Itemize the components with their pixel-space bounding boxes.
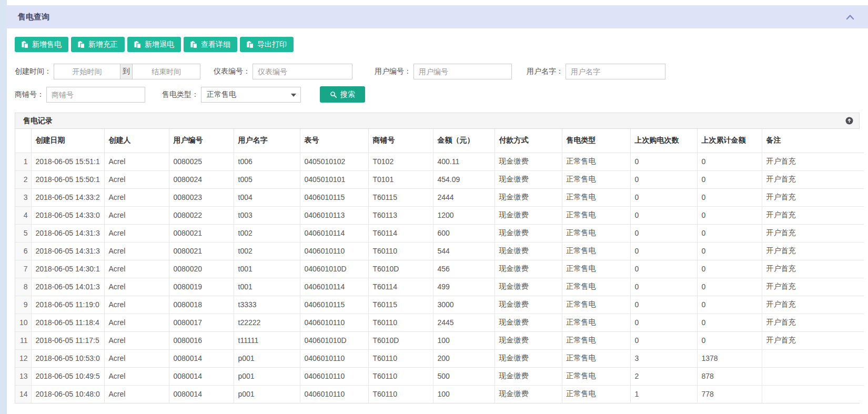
table-cell: 2	[630, 367, 697, 385]
table-cell: 1378	[697, 349, 762, 367]
start-time-input[interactable]	[54, 64, 120, 79]
table-cell: Acrel	[104, 242, 169, 260]
column-header: 创建人	[104, 129, 169, 153]
table-row[interactable]: 122018-06-05 10:53:0Acrel0080014p0010406…	[15, 349, 864, 367]
table-cell: Acrel	[104, 367, 169, 385]
export-print-button[interactable]: 导出打印	[240, 37, 294, 52]
table-cell: 3	[630, 349, 697, 367]
table-cell: 正常售电	[562, 260, 630, 278]
view-detail-label: 查看详细	[201, 40, 230, 49]
table-cell: 0406010113	[300, 206, 368, 224]
paste-icon	[134, 41, 141, 48]
table-row[interactable]: 82018-06-05 14:01:3Acrel0080019t00104060…	[15, 278, 864, 296]
chevron-up-icon[interactable]	[846, 14, 854, 20]
table-row[interactable]: 72018-06-05 14:30:1Acrel0080020t00104060…	[15, 260, 864, 278]
arrow-up-circle-icon	[845, 117, 853, 125]
panel-title: 售电记录	[23, 116, 53, 126]
table-cell: 正常售电	[562, 296, 630, 314]
column-header: 表号	[300, 129, 368, 153]
table-cell: 现金缴费	[494, 206, 562, 224]
add-refund-label: 新增退电	[145, 40, 174, 49]
table-cell: 878	[697, 367, 762, 385]
table-row[interactable]: 42018-06-05 14:33:0Acrel0080022t00304060…	[15, 206, 864, 224]
search-button[interactable]: 搜索	[320, 86, 365, 103]
filter-row-1: 创建时间： 到 仪表编号： 用户编号： 用户名字：	[15, 63, 860, 79]
add-recharge-button[interactable]: 新增充正	[71, 37, 125, 52]
table-cell: 2018-06-05 14:31:3	[31, 242, 104, 260]
table-cell: t3333	[234, 296, 300, 314]
table-cell: 400.11	[433, 153, 494, 170]
add-recharge-label: 新增充正	[88, 40, 118, 49]
view-detail-button[interactable]: 查看详细	[184, 37, 237, 52]
table-cell: 0406010110	[300, 349, 368, 367]
table-cell: Acrel	[104, 170, 169, 188]
table-cell: Acrel	[104, 349, 169, 367]
sale-type-value: 正常售电	[207, 90, 236, 99]
table-cell: 0406010114	[300, 224, 368, 242]
paste-icon	[190, 41, 197, 48]
table-row[interactable]: 92018-06-05 11:19:0Acrel0080018t33330406…	[15, 296, 864, 314]
table-cell: 0405010102	[300, 153, 368, 170]
add-sale-label: 新增售电	[32, 40, 62, 49]
table-cell: p001	[234, 349, 300, 367]
table-cell: T0102	[368, 153, 433, 170]
table-row[interactable]: 102018-06-05 11:18:4Acrel0080017t2222204…	[15, 314, 864, 331]
table-cell: 100	[433, 331, 494, 349]
table-row[interactable]: 52018-06-05 14:31:3Acrel0080021t00204060…	[15, 224, 864, 242]
add-refund-button[interactable]: 新增退电	[127, 37, 181, 52]
table-cell: 开户首充	[762, 260, 864, 278]
row-index-cell: 2	[15, 170, 31, 188]
table-cell: 0406010110	[300, 385, 368, 403]
table-cell: 0	[630, 242, 697, 260]
table-cell: T60110	[368, 367, 433, 385]
table-cell: T60110	[368, 349, 433, 367]
table-cell: 0	[630, 224, 697, 242]
user-name-input[interactable]	[566, 64, 665, 79]
table-row[interactable]: 132018-06-05 10:49:5Acrel0080014p0010406…	[15, 367, 864, 385]
shop-no-input[interactable]	[46, 87, 145, 103]
table-row[interactable]: 32018-06-05 14:33:2Acrel0080023t00404060…	[15, 188, 864, 206]
table-cell: 200	[433, 349, 494, 367]
table-cell: 499	[433, 278, 494, 296]
user-no-input[interactable]	[413, 64, 512, 79]
table-cell: 0080023	[169, 188, 234, 206]
table-cell: 0406010110	[300, 367, 368, 385]
table-cell: t001	[234, 260, 300, 278]
table-row[interactable]: 142018-06-05 10:48:0Acrel0080014p0010406…	[15, 385, 864, 403]
table-cell: 0080014	[169, 367, 234, 385]
table-cell: 0080014	[169, 385, 234, 403]
table-cell: Acrel	[104, 296, 169, 314]
table-cell: 1200	[433, 206, 494, 224]
page-title: 售电查询	[18, 12, 49, 22]
table-cell: 开户首充	[762, 242, 864, 260]
row-index-cell: 9	[15, 296, 31, 314]
table-cell: 现金缴费	[494, 367, 562, 385]
search-label: 搜索	[340, 90, 355, 99]
column-header: 创建日期	[31, 129, 104, 153]
table-cell: 0	[697, 260, 762, 278]
end-time-input[interactable]	[132, 64, 200, 79]
row-index-cell: 12	[15, 349, 31, 367]
table-row[interactable]: 12018-06-05 15:51:1Acrel0080025t00604050…	[15, 153, 864, 170]
collapse-panel-button[interactable]	[845, 117, 853, 125]
column-header: 用户编号	[169, 129, 234, 153]
table-row[interactable]: 22018-06-05 15:50:1Acrel0080024t00504050…	[15, 170, 864, 188]
table-cell: 2018-06-05 10:49:5	[31, 367, 104, 385]
table-cell: 现金缴费	[494, 296, 562, 314]
table-cell: 现金缴费	[494, 170, 562, 188]
table-cell: t005	[234, 170, 300, 188]
paste-icon	[247, 41, 254, 48]
add-sale-button[interactable]: 新增售电	[15, 37, 68, 52]
table-cell: 现金缴费	[494, 349, 562, 367]
table-cell: T0101	[368, 170, 433, 188]
row-index-cell: 10	[15, 314, 31, 331]
sale-type-select[interactable]: 正常售电	[201, 87, 301, 103]
table-cell: 0	[697, 296, 762, 314]
table-cell: 正常售电	[562, 385, 630, 403]
table-cell: 开户首充	[762, 331, 864, 349]
table-row[interactable]: 112018-06-05 11:17:5Acrel0080016t1111104…	[15, 331, 864, 349]
table-cell: 0080022	[169, 206, 234, 224]
user-name-label: 用户名字：	[527, 67, 563, 76]
table-row[interactable]: 62018-06-05 14:31:3Acrel0080021t00204060…	[15, 242, 864, 260]
meter-no-input[interactable]	[253, 64, 352, 79]
